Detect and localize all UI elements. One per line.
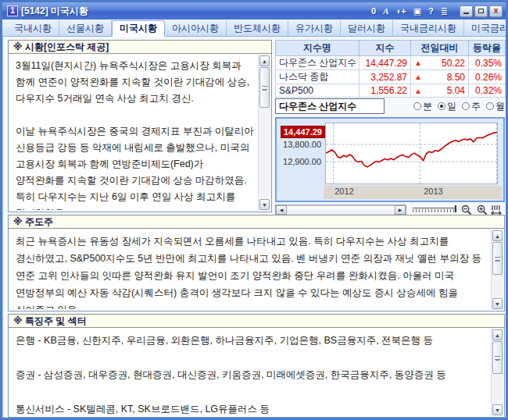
tab-domestic-market[interactable]: 국내시황	[7, 20, 59, 36]
scroll-down-button[interactable]: ▼	[259, 199, 270, 210]
market-comment-panel: ※ 시황[인포스탁 제공] 3월11일(현지시간) 뉴욕주식시장은 고용시장 회…	[8, 40, 272, 212]
slider-rail	[413, 208, 456, 208]
scroll-track[interactable]	[287, 205, 395, 215]
app-icon: 1	[7, 5, 18, 16]
leading-stocks-header: ※ 주도주	[8, 215, 505, 229]
tab-label: 국내금리시황	[400, 22, 456, 35]
tab-us-market[interactable]: 미국시황	[112, 20, 165, 37]
chart-h-scrollbar[interactable]: ◀ ▶	[275, 205, 406, 215]
scroll-thumb[interactable]	[259, 67, 270, 108]
scrollbar[interactable]: ▲ ▼	[258, 55, 270, 211]
index-select-box[interactable]: 다우존스 산업지수	[275, 98, 385, 114]
index-value: 14,447.29	[360, 56, 411, 70]
x-tick-label: 2012	[334, 187, 353, 196]
scroll-down-button[interactable]: ▼	[492, 298, 503, 309]
close-button[interactable]: x	[489, 5, 503, 17]
tab-oil-market[interactable]: 유가시황	[288, 20, 341, 36]
leading-stocks-panel: ※ 주도주 최근 뉴욕증시는 유동성 장세가 지속되면서 오름세를 나타내고 있…	[8, 215, 505, 311]
price-chart: 14,447.29 13,800.00 12,900.00 2012	[275, 117, 505, 202]
zoom-out-icon[interactable]	[461, 205, 472, 215]
col-change: 전일대비	[411, 41, 469, 56]
chart-control-row: 다우존스 산업지수 분 일 주 월	[275, 98, 505, 115]
index-value: 1,556.22	[360, 84, 411, 98]
radio-icon	[462, 102, 470, 110]
zoom-in-icon[interactable]	[477, 205, 488, 215]
scroll-up-button[interactable]: ▲	[492, 329, 503, 340]
count-icon[interactable]: 0	[371, 5, 376, 16]
tab-label: 미국금리시황	[471, 22, 508, 35]
radio-minute[interactable]: 분	[413, 100, 432, 113]
radio-label: 주	[471, 100, 481, 113]
radio-icon	[413, 102, 421, 110]
radio-label: 월	[495, 100, 505, 113]
table-row: 나스닥 종합 3,252.87 ▲8.50 0.26%	[276, 70, 506, 84]
tab-label: 국내시황	[14, 22, 52, 35]
scroll-down-button[interactable]: ▼	[492, 404, 503, 415]
content-area: ※ 시황[인포스탁 제공] 3월11일(현지시간) 뉴욕주식시장은 고용시장 회…	[5, 37, 508, 418]
scroll-thumb[interactable]	[492, 341, 503, 374]
index-rate: 0.35%	[469, 56, 506, 70]
tab-futures-market[interactable]: 선물시황	[59, 20, 112, 36]
featured-sectors-text: 은행 - KB금융, 신한지주, 우리금융, 외환은행, 하나금융지주, 기업은…	[16, 332, 487, 415]
slider-ticks	[413, 209, 456, 212]
scrollbar[interactable]: ▲ ▼	[491, 329, 503, 416]
radio-week[interactable]: 주	[462, 100, 481, 113]
market-comment-body: 3월11일(현지시간) 뉴욕주식시장은 고용시장 회복과 함께 연준이 양적완화…	[8, 54, 272, 212]
change-value: 5.04	[447, 85, 465, 96]
tab-label: 달러시황	[348, 22, 385, 35]
zoom-slider[interactable]	[413, 205, 456, 215]
radio-icon	[486, 102, 494, 110]
scroll-right-button[interactable]: ▶	[395, 205, 406, 215]
scroll-up-button[interactable]: ▲	[492, 230, 503, 241]
index-rate: 0.32%	[469, 84, 506, 98]
y-tick-label: 12,900.00	[283, 157, 321, 166]
fit-width-icon[interactable]	[491, 205, 503, 215]
window-title: [5142] 미국시황	[21, 5, 88, 18]
featured-sectors-body: 은행 - KB금융, 신한지주, 우리금융, 외환은행, 하나금융지주, 기업은…	[8, 328, 505, 418]
tab-asia-market[interactable]: 아시아시황	[165, 20, 227, 36]
tab-us-rates-market[interactable]: 미국금리시황	[464, 20, 508, 36]
market-comment-text: 3월11일(현지시간) 뉴욕주식시장은 고용시장 회복과 함께 연준이 양적완화…	[16, 58, 254, 210]
featured-sectors-header: ※ 특징주 및 섹터	[8, 314, 505, 328]
restore-button[interactable]	[474, 5, 488, 17]
paragraph: 3월11일(현지시간) 뉴욕주식시장은 고용시장 회복과 함께 연준이 양적완화…	[16, 58, 254, 107]
slider-handle[interactable]	[455, 205, 456, 212]
featured-sectors-panel: ※ 특징주 및 섹터 은행 - KB금융, 신한지주, 우리금융, 외환은행, …	[8, 314, 505, 418]
y-tick-label: 13,800.00	[283, 140, 321, 149]
chart-plot	[325, 123, 498, 184]
tab-label: 반도체시황	[234, 22, 281, 35]
index-name: 나스닥 종합	[276, 70, 360, 84]
radio-day[interactable]: 일	[438, 100, 456, 113]
table-header-row: 지수명 지수 전일대비 등락율	[276, 41, 506, 56]
tab-label: 아시아시황	[172, 22, 219, 35]
minimize-button[interactable]	[460, 5, 473, 17]
popup-window-icon[interactable]: ▣	[413, 5, 421, 16]
index-change: ▲50.22	[411, 56, 469, 70]
menu-list-icon[interactable]: ≣	[441, 5, 448, 16]
chart-toolbar: ◀ ▶	[275, 204, 505, 215]
sound-icon[interactable]: ◖+	[396, 5, 406, 16]
close-icon: x	[494, 7, 499, 15]
leading-stocks-text: 최근 뉴욕증시는 유동성 장세가 지속되면서 오름세를 나타내고 있음. 특히 …	[16, 233, 487, 309]
index-table: 지수명 지수 전일대비 등락율 다우존스 산업지수 14,447.29 ▲50.…	[275, 40, 506, 98]
index-name: S&P500	[276, 84, 360, 98]
index-name: 다우존스 산업지수	[276, 56, 360, 70]
tab-domestic-rates-market[interactable]: 국내금리시황	[393, 20, 464, 36]
minimize-icon	[463, 12, 469, 14]
tab-dollar-market[interactable]: 달러시황	[341, 20, 393, 36]
font-size-icon[interactable]: A	[383, 5, 388, 16]
scroll-left-button[interactable]: ◀	[276, 205, 287, 215]
radio-month[interactable]: 월	[486, 100, 505, 113]
market-comment-header: ※ 시황[인포스탁 제공]	[8, 40, 272, 54]
scroll-thumb[interactable]	[492, 242, 503, 275]
change-value: 8.50	[447, 72, 465, 83]
tab-label: 유가시황	[295, 22, 333, 35]
tab-semiconductor-market[interactable]: 반도체시황	[227, 20, 288, 36]
scroll-up-button[interactable]: ▲	[259, 55, 270, 66]
radio-label: 분	[423, 100, 432, 113]
sector-line: 은행 - KB금융, 신한지주, 우리금융, 외환은행, 하나금융지주, 기업은…	[16, 332, 487, 349]
scrollbar[interactable]: ▲ ▼	[491, 230, 503, 310]
help-icon[interactable]: ?	[428, 5, 434, 16]
index-change: ▲8.50	[411, 70, 469, 84]
current-price-label: 14,447.29	[281, 126, 325, 138]
